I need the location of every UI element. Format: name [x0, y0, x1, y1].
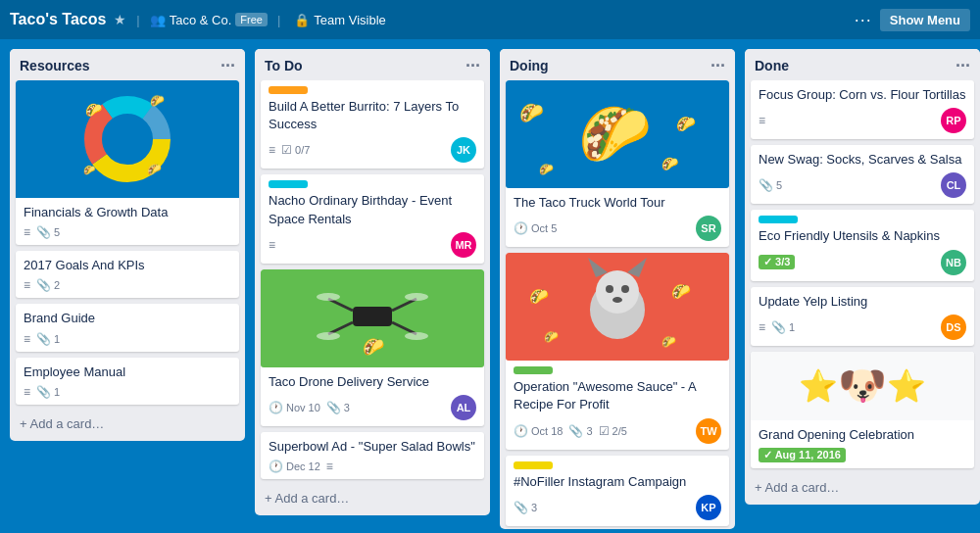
card-meta-desc: ≡	[269, 238, 275, 252]
svg-point-17	[405, 332, 428, 340]
card-footer-superbowl: 🕐 Dec 12 ≡	[269, 460, 476, 473]
cards-doing: 🌮 🌮 🌮 🌮 🌮 The Taco Truck World Tour 🕐 Oc…	[500, 80, 735, 529]
card-footer-awesome: 🕐 Oct 18 📎 3 ☑ 2/5 TW	[514, 418, 721, 444]
card-awesome[interactable]: 🌮 🌮 🌮 🌮 Operation "Awesome Sauce" - A Re…	[506, 253, 729, 449]
badge-eco-check: ✓ 3/3	[759, 255, 795, 269]
divider: |	[136, 13, 139, 27]
card-employee[interactable]: Employee Manual ≡ 📎 1	[16, 358, 239, 405]
column-header-resources: Resources ···	[10, 49, 245, 80]
celebration-image: ⭐ 🐶 ⭐	[751, 352, 974, 420]
avatar-truck: SR	[696, 216, 721, 241]
card-goals[interactable]: 2017 Goals And KPIs ≡ 📎 2	[16, 251, 239, 298]
card-meta-date: 🕐 Oct 5	[514, 221, 557, 235]
card-swag[interactable]: New Swag: Socks, Scarves & Salsa 📎 5 CL	[751, 145, 974, 204]
badge-grand-date: ✓ Aug 11, 2016	[759, 448, 846, 462]
card-instagram[interactable]: #NoFiller Instagram Campaign 📎 3 KP	[506, 456, 729, 526]
donut-chart: 🌮 🌮 🌮 🌮	[16, 80, 239, 198]
card-drone[interactable]: 🌮 Taco Drone Delivery Service 🕐 Nov 10 📎…	[261, 269, 484, 426]
cards-todo: Build A Better Burrito: 7 Layers To Succ…	[255, 80, 490, 485]
team-visibility[interactable]: 🔒 Team Visible	[294, 13, 385, 27]
column-todo: To Do ··· Build A Better Burrito: 7 Laye…	[255, 49, 490, 515]
card-meta-attach: 📎 3	[568, 424, 592, 438]
card-focus[interactable]: Focus Group: Corn vs. Flour Tortillas ≡ …	[751, 80, 974, 139]
add-card-done[interactable]: + Add a card…	[745, 474, 980, 501]
workspace-icon: 👥	[150, 13, 166, 27]
card-brand[interactable]: Brand Guide ≡ 📎 1	[16, 304, 239, 351]
free-badge: Free	[235, 13, 268, 26]
card-eco[interactable]: Eco Friendly Utensils & Napkins ✓ 3/3 NB	[751, 210, 974, 280]
card-footer-financials: ≡ 📎 5	[24, 225, 231, 239]
column-header-done: Done ···	[745, 49, 980, 80]
svg-point-16	[317, 332, 340, 340]
header: Taco's Tacos ★ | 👥 Taco & Co. Free | 🔒 T…	[0, 0, 980, 39]
card-footer-goals: ≡ 📎 2	[24, 278, 231, 292]
svg-text:🌮: 🌮	[85, 102, 103, 119]
svg-text:🌮: 🌮	[544, 329, 559, 344]
card-meta-count: 📎 2	[36, 278, 60, 292]
card-meta-attach: 📎 5	[36, 225, 60, 239]
card-burrito[interactable]: Build A Better Burrito: 7 Layers To Succ…	[261, 80, 484, 169]
card-footer-employee: ≡ 📎 1	[24, 385, 231, 399]
cards-done: Focus Group: Corn vs. Flour Tortillas ≡ …	[745, 80, 980, 474]
avatar-awesome: TW	[696, 418, 721, 444]
card-footer-truck: 🕐 Oct 5 SR	[514, 216, 721, 241]
card-meta-desc: ≡	[759, 114, 765, 127]
card-title-superbowl: Superbowl Ad - "Super Salad Bowls"	[269, 438, 476, 456]
card-meta-desc: ≡	[24, 385, 30, 399]
card-meta-desc: ≡	[326, 460, 333, 473]
add-card-todo[interactable]: + Add a card…	[255, 485, 490, 511]
card-meta-date: 🕐 Dec 12	[269, 460, 320, 473]
card-title-yelp: Update Yelp Listing	[759, 293, 966, 311]
column-title-doing: Doing	[510, 58, 549, 73]
card-superbowl[interactable]: Superbowl Ad - "Super Salad Bowls" 🕐 Dec…	[261, 432, 484, 479]
card-grand[interactable]: ⭐ 🐶 ⭐ Grand Opening Celebration ✓ Aug 11…	[751, 352, 974, 468]
divider2: |	[277, 13, 280, 27]
column-title-todo: To Do	[265, 58, 303, 73]
column-menu-todo[interactable]: ···	[466, 57, 480, 74]
card-meta-desc: ≡	[759, 320, 765, 334]
card-title-burrito: Build A Better Burrito: 7 Layers To Succ…	[269, 98, 476, 133]
card-title-drone: Taco Drone Delivery Service	[269, 373, 476, 391]
column-title-resources: Resources	[20, 58, 90, 73]
card-truck[interactable]: 🌮 🌮 🌮 🌮 🌮 The Taco Truck World Tour 🕐 Oc…	[506, 80, 729, 247]
svg-text:🌮: 🌮	[578, 99, 652, 169]
workspace-link[interactable]: 👥 Taco & Co. Free	[150, 13, 268, 27]
column-menu-icon[interactable]: ···	[220, 57, 235, 74]
card-title-brand: Brand Guide	[24, 310, 231, 327]
column-doing: Doing ··· 🌮 🌮 🌮 🌮 🌮	[500, 49, 735, 529]
board-title[interactable]: Taco's Tacos	[10, 11, 106, 28]
card-footer-focus: ≡ RP	[759, 108, 966, 133]
card-meta-desc: ≡	[24, 332, 30, 346]
card-footer-burrito: ≡ ☑ 0/7 JK	[269, 137, 476, 163]
column-header-doing: Doing ···	[500, 49, 735, 80]
card-title-truck: The Taco Truck World Tour	[514, 194, 721, 212]
card-yelp[interactable]: Update Yelp Listing ≡ 📎 1 DS	[751, 287, 974, 346]
svg-point-30	[606, 285, 613, 293]
card-meta-count: 📎 3	[514, 501, 537, 514]
star-icon[interactable]: ★	[114, 12, 126, 27]
column-done: Done ··· Focus Group: Corn vs. Flour Tor…	[745, 49, 980, 505]
avatar-instagram: KP	[696, 495, 721, 520]
avatar-drone: AL	[451, 395, 476, 420]
column-menu-done[interactable]: ···	[956, 57, 970, 74]
card-title-awesome: Operation "Awesome Sauce" - A Recipe For…	[514, 378, 721, 413]
svg-text:🌮: 🌮	[676, 115, 696, 133]
card-footer-yelp: ≡ 📎 1 DS	[759, 315, 966, 340]
card-financials[interactable]: 🌮 🌮 🌮 🌮 Financials & Growth Data ≡ 📎 5	[16, 80, 239, 245]
avatar-yelp: DS	[941, 315, 966, 340]
more-options[interactable]: ···	[855, 10, 872, 30]
show-menu-button[interactable]: Show Menu	[880, 9, 970, 31]
card-footer-swag: 📎 5 CL	[759, 172, 966, 198]
card-label-eco	[759, 216, 798, 223]
taco-truck-image: 🌮 🌮 🌮 🌮 🌮	[506, 80, 729, 188]
avatar-nacho: MR	[451, 232, 476, 258]
add-card-resources[interactable]: + Add a card…	[10, 411, 245, 437]
card-nacho[interactable]: Nacho Ordinary Birthday - Event Space Re…	[261, 174, 484, 263]
card-title-instagram: #NoFiller Instagram Campaign	[514, 473, 721, 491]
card-footer-drone: 🕐 Nov 10 📎 3 AL	[269, 395, 476, 420]
card-title-nacho: Nacho Ordinary Birthday - Event Space Re…	[269, 192, 476, 227]
husky-image: 🌮 🌮 🌮 🌮	[506, 253, 729, 361]
card-meta-check: ☑ 2/5	[599, 424, 627, 438]
column-menu-doing[interactable]: ···	[710, 57, 725, 74]
column-resources: Resources ··· 🌮 🌮 🌮	[10, 49, 245, 441]
